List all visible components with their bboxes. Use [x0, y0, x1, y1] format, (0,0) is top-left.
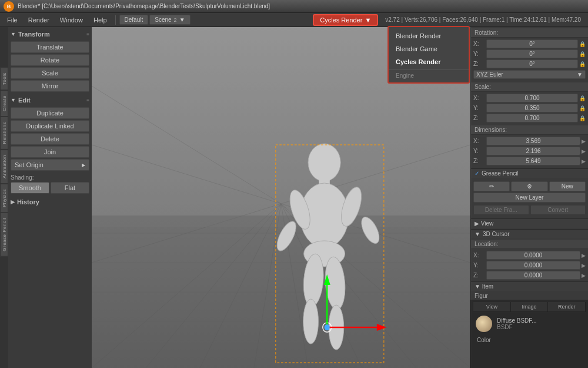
vtab-animation[interactable]: Animation: [0, 150, 8, 184]
engine-arrow: ▼: [365, 16, 371, 24]
history-section: ▶ History: [11, 197, 89, 207]
right-layout: Rotation: X: 0° 🔒 Y: 0° 🔒 Z: 0° 🔒: [470, 27, 588, 368]
engine-option-blender-game[interactable]: Blender Game: [389, 42, 469, 55]
scale-y-row: Y: 0.350 🔒: [471, 103, 588, 113]
title-text: Blender* [C:\Users\stend\Documents\Priva…: [18, 3, 270, 9]
cursor-x-label: X:: [473, 252, 485, 258]
dim-x-row: X: 3.569 ▶: [471, 136, 588, 146]
color-label: Color: [477, 337, 491, 343]
right-panel: Rotation: X: 0° 🔒 Y: 0° 🔒 Z: 0° 🔒: [470, 27, 588, 300]
item-title: ▼ Item: [475, 283, 493, 290]
edit-section: ▼ Edit ≡ Duplicate Duplicate Linked Dele…: [11, 95, 89, 171]
dimensions-header: Dimensions:: [471, 125, 588, 135]
rotation-y-value[interactable]: 0°: [486, 49, 578, 58]
scale-y-value[interactable]: 0.350: [486, 104, 578, 112]
stats-version: v2.72: [385, 16, 399, 23]
cursor-z-value[interactable]: 0.0000: [486, 271, 580, 280]
transform-arrow: ▼: [11, 31, 16, 37]
rotation-z-value[interactable]: 0°: [486, 59, 578, 68]
scale-z-value[interactable]: 0.700: [486, 114, 578, 122]
menu-render[interactable]: Render: [24, 15, 54, 25]
scene-label: Scene: [155, 16, 171, 23]
menu-window[interactable]: Window: [55, 15, 88, 25]
engine-option-cycles-render[interactable]: Cycles Render: [389, 55, 469, 68]
dim-x-icon[interactable]: ▶: [582, 138, 586, 144]
gp-action-row: Delete Fra... Convert: [473, 205, 586, 215]
cursor-x-value[interactable]: 0.0000: [486, 251, 580, 260]
layout-preset[interactable]: Default: [119, 15, 149, 25]
transform-header: ▼ Transform ≡: [11, 29, 89, 39]
cursor-title: 3D Cursor: [483, 231, 510, 237]
dim-y-icon[interactable]: ▶: [582, 148, 586, 154]
duplicate-btn[interactable]: Duplicate: [11, 107, 89, 119]
rotation-y-lock[interactable]: 🔒: [579, 51, 586, 57]
gp-new-layer-btn[interactable]: New Layer: [473, 193, 586, 203]
scale-btn[interactable]: Scale: [11, 67, 89, 79]
cursor-y-label: Y:: [473, 262, 485, 268]
engine-button[interactable]: Cycles Render ▼: [313, 14, 378, 26]
gp-section-header: ✓ Grease Pencil: [471, 168, 588, 178]
rotation-x-lock[interactable]: 🔒: [579, 41, 586, 47]
join-btn[interactable]: Join: [11, 146, 89, 158]
dim-y-value[interactable]: 2.196: [486, 147, 580, 155]
menu-help[interactable]: Help: [89, 15, 112, 25]
set-origin-btn[interactable]: Set Origin ▶: [11, 159, 89, 171]
stats-verts: Verts:26,706: [405, 16, 437, 23]
bottom-tab-view[interactable]: View: [473, 302, 511, 311]
bottom-tab-render[interactable]: Render: [548, 302, 586, 311]
rotation-x-value[interactable]: 0°: [486, 39, 578, 48]
scene-selector[interactable]: Scene 2 ▼: [149, 15, 190, 25]
delete-btn[interactable]: Delete: [11, 133, 89, 145]
stats-frame: Frame:1: [483, 16, 505, 23]
gp-section: ✏ ⚙ New New Layer Delete Fra... Convert: [471, 179, 588, 217]
engine-option-blender-render[interactable]: Blender Render: [389, 29, 469, 42]
transform-title: Transform: [18, 31, 50, 38]
scale-x-value[interactable]: 0.700: [486, 94, 578, 102]
vtab-grease-pencil[interactable]: Grease Pencil: [0, 213, 8, 257]
translate-btn[interactable]: Translate: [11, 41, 89, 53]
history-header: ▶ History: [11, 197, 89, 207]
dim-z-label: Z:: [473, 158, 485, 164]
vtab-create[interactable]: Create: [0, 90, 8, 117]
gp-delete-fra-btn[interactable]: Delete Fra...: [473, 205, 529, 215]
dim-z-value[interactable]: 5.649: [486, 157, 580, 165]
scale-z-label: Z:: [473, 115, 485, 121]
gp-new-btn[interactable]: New: [549, 181, 586, 191]
material-swatch: [476, 316, 492, 332]
dim-z-row: Z: 5.649 ▶: [471, 156, 588, 166]
rotation-mode-dropdown[interactable]: XYZ Euler ▼: [473, 70, 586, 79]
dim-z-icon[interactable]: ▶: [582, 158, 586, 164]
engine-area: Cycles Render ▼ v2.72 | Verts:26,706 | F…: [313, 14, 586, 26]
vtab-tools[interactable]: Tools: [0, 67, 8, 90]
rotation-x-row: X: 0° 🔒: [471, 39, 588, 49]
svg-point-21: [308, 144, 340, 181]
svg-point-40: [325, 324, 330, 330]
scale-z-lock[interactable]: 🔒: [579, 115, 586, 121]
mirror-btn[interactable]: Mirror: [11, 80, 89, 92]
vtab-physics[interactable]: Physics: [0, 184, 8, 213]
scale-z-row: Z: 0.700 🔒: [471, 113, 588, 123]
menu-separator: [115, 15, 116, 25]
smooth-btn[interactable]: Smooth: [11, 182, 49, 194]
rotation-mode-label: XYZ Euler: [476, 71, 503, 78]
gp-convert-btn[interactable]: Convert: [530, 205, 586, 215]
shading-label: Shading:: [11, 174, 89, 181]
dim-x-value[interactable]: 3.569: [486, 137, 580, 145]
bottom-tab-image[interactable]: Image: [511, 302, 549, 311]
dim-x-label: X:: [473, 138, 485, 144]
scale-x-lock[interactable]: 🔒: [579, 95, 586, 101]
flat-btn[interactable]: Flat: [51, 182, 89, 194]
scale-y-label: Y:: [473, 105, 485, 111]
menu-file[interactable]: File: [2, 15, 22, 25]
gp-pencil-icon-btn[interactable]: ✏: [473, 181, 510, 191]
cursor-y-value[interactable]: 0.0000: [486, 261, 580, 270]
material-info: Diffuse BSDF... BSDF: [497, 317, 537, 330]
vtab-relations[interactable]: Relations: [0, 117, 8, 150]
duplicate-linked-btn[interactable]: Duplicate Linked: [11, 120, 89, 132]
dim-y-row: Y: 2.196 ▶: [471, 146, 588, 156]
rotation-z-lock[interactable]: 🔒: [579, 61, 586, 67]
rotate-btn[interactable]: Rotate: [11, 54, 89, 66]
material-row: Diffuse BSDF... BSDF: [473, 312, 586, 336]
scale-y-lock[interactable]: 🔒: [579, 105, 586, 111]
gp-layer-icon-btn[interactable]: ⚙: [511, 181, 547, 191]
